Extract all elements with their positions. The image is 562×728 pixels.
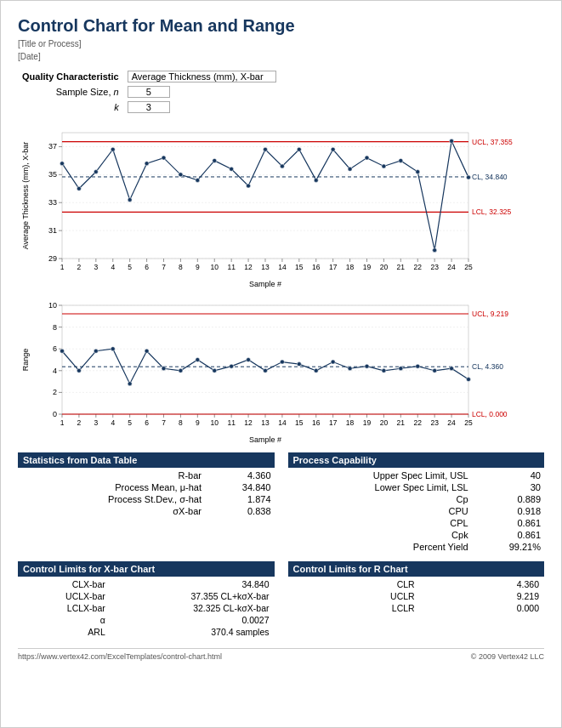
stats-value: 1.874 — [207, 493, 275, 505]
svg-text:6: 6 — [145, 263, 149, 271]
svg-point-181 — [111, 347, 115, 351]
svg-text:Range: Range — [21, 349, 30, 372]
svg-point-198 — [399, 367, 403, 371]
svg-text:13: 13 — [261, 263, 270, 271]
svg-text:10: 10 — [211, 418, 219, 427]
svg-point-94 — [382, 164, 386, 168]
svg-text:17: 17 — [329, 263, 338, 271]
svg-point-187 — [213, 368, 217, 373]
svg-text:1: 1 — [60, 263, 65, 271]
k-value: 3 — [125, 100, 279, 114]
cl-xbar-row: LCLX-bar32.325 CL-kσX-bar — [18, 602, 275, 614]
svg-text:5: 5 — [128, 263, 132, 271]
stats-label: Process Mean, μ-hat — [18, 481, 207, 493]
svg-text:23: 23 — [430, 418, 439, 427]
svg-point-99 — [467, 175, 471, 179]
stats-label: σX-bar — [18, 505, 207, 517]
svg-point-191 — [280, 360, 284, 364]
stats-label: R-bar — [18, 469, 207, 481]
svg-text:5: 5 — [128, 418, 132, 427]
svg-text:20: 20 — [380, 263, 389, 271]
sample-size-label: Sample Size, n — [20, 85, 123, 99]
capability-row: Cpk0.861 — [288, 529, 545, 541]
stats-row: Process St.Dev., σ-hat1.874 — [18, 493, 275, 505]
stats-header: Statistics from Data Table — [18, 452, 275, 468]
footer: https://www.vertex42.com/ExcelTemplates/… — [18, 648, 544, 661]
svg-point-97 — [433, 248, 437, 253]
svg-point-87 — [264, 147, 268, 151]
svg-text:18: 18 — [346, 418, 355, 427]
svg-point-186 — [196, 358, 200, 362]
svg-point-183 — [145, 349, 149, 353]
svg-text:11: 11 — [227, 263, 236, 271]
capability-row: CPU0.918 — [288, 505, 545, 517]
svg-point-80 — [145, 162, 149, 166]
cl-xbar-value: 34.840 — [111, 578, 275, 590]
svg-text:37: 37 — [48, 142, 57, 151]
svg-text:4: 4 — [111, 263, 115, 271]
svg-text:UCL, 9.219: UCL, 9.219 — [472, 310, 508, 318]
cl-r-row: LCLR0.000 — [288, 602, 545, 614]
svg-text:LCL, 32.325: LCL, 32.325 — [472, 208, 512, 216]
quality-char-label: Quality Characteristic — [20, 70, 123, 83]
svg-text:21: 21 — [397, 263, 406, 271]
control-limits-section: Control Limits for X-bar Chart CLX-bar34… — [18, 561, 544, 638]
svg-text:19: 19 — [363, 418, 372, 427]
footer-left: https://www.vertex42.com/ExcelTemplates/… — [18, 652, 222, 661]
svg-text:11: 11 — [227, 418, 236, 427]
svg-point-188 — [230, 364, 234, 368]
capability-row: Cp0.889 — [288, 493, 545, 505]
xbar-chart: Average Thickness (mm), X-bar29313335371… — [18, 122, 544, 288]
svg-text:4: 4 — [53, 367, 57, 375]
svg-point-79 — [128, 197, 132, 202]
svg-text:8: 8 — [179, 263, 183, 271]
svg-text:10: 10 — [48, 301, 57, 310]
svg-point-202 — [467, 378, 471, 382]
svg-text:16: 16 — [312, 418, 321, 427]
k-label: k — [20, 100, 123, 114]
svg-point-196 — [365, 364, 369, 368]
svg-text:2: 2 — [77, 418, 82, 427]
svg-text:4: 4 — [111, 418, 115, 427]
svg-point-81 — [162, 156, 166, 160]
svg-point-197 — [382, 368, 386, 373]
svg-point-182 — [128, 382, 132, 386]
svg-text:9: 9 — [196, 418, 200, 427]
svg-text:3: 3 — [94, 418, 98, 427]
stats-row: σX-bar0.838 — [18, 505, 275, 517]
svg-point-75 — [60, 162, 65, 166]
svg-point-85 — [230, 167, 234, 171]
capability-box: Process Capability Upper Spec Limit, USL… — [288, 452, 545, 553]
capability-label: Lower Spec Limit, LSL — [288, 481, 474, 493]
capability-value: 0.889 — [474, 493, 544, 505]
subtitle-date: [Date] — [18, 50, 544, 63]
svg-text:8: 8 — [179, 418, 183, 427]
cl-xbar-box: Control Limits for X-bar Chart CLX-bar34… — [18, 561, 275, 638]
cl-r-value: 4.360 — [420, 578, 544, 590]
cl-xbar-label: UCLX-bar — [18, 590, 111, 602]
subtitle-process: [Title or Process] — [18, 37, 544, 50]
svg-text:6: 6 — [53, 344, 57, 353]
cl-xbar-header: Control Limits for X-bar Chart — [18, 561, 275, 577]
capability-label: Cpk — [288, 529, 474, 541]
svg-point-77 — [94, 170, 98, 174]
svg-text:CL, 34.840: CL, 34.840 — [472, 173, 508, 181]
svg-text:33: 33 — [48, 198, 57, 207]
svg-text:15: 15 — [295, 263, 304, 271]
capability-table: Upper Spec Limit, USL40Lower Spec Limit,… — [288, 469, 545, 553]
svg-text:18: 18 — [346, 263, 355, 271]
svg-point-180 — [94, 349, 98, 353]
svg-text:15: 15 — [295, 418, 304, 427]
svg-point-78 — [111, 147, 115, 151]
quality-char-value: Average Thickness (mm), X-bar — [125, 70, 279, 83]
svg-text:13: 13 — [261, 418, 270, 427]
svg-text:UCL, 37.355: UCL, 37.355 — [472, 138, 513, 146]
svg-text:LCL, 0.000: LCL, 0.000 — [472, 410, 508, 418]
svg-point-185 — [179, 368, 183, 373]
svg-point-189 — [247, 358, 251, 362]
svg-text:23: 23 — [430, 263, 439, 271]
svg-point-201 — [450, 367, 454, 371]
capability-label: CPU — [288, 505, 474, 517]
svg-text:22: 22 — [414, 263, 423, 271]
cl-xbar-label: CLX-bar — [18, 578, 111, 590]
